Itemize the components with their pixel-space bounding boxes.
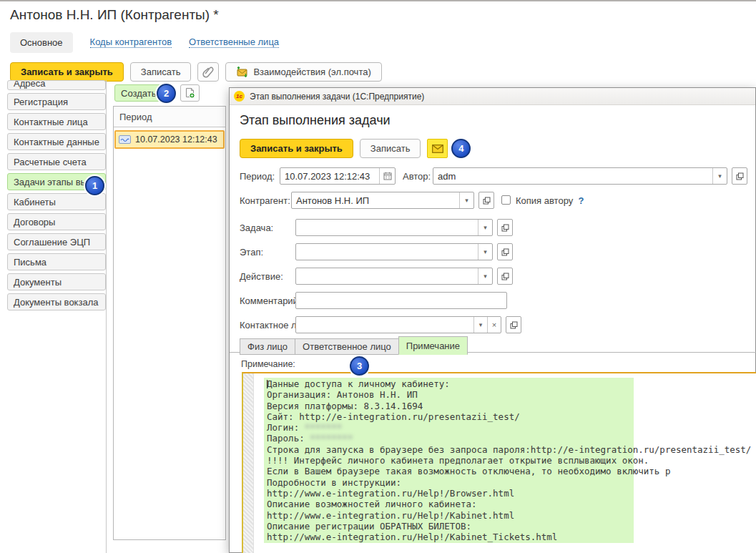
author-open-button[interactable] bbox=[732, 167, 747, 185]
annotation-badge-2: 2 bbox=[157, 84, 176, 103]
note-line: Описание регистрации ОБРАТНЫХ БИЛЕТОВ: bbox=[267, 521, 751, 532]
tab-main[interactable]: Основное bbox=[10, 32, 73, 53]
clear-x-icon[interactable]: × bbox=[487, 317, 501, 333]
sidebar-item-label: Контактные данные bbox=[14, 137, 99, 147]
action-open-button[interactable] bbox=[497, 268, 513, 285]
task-input[interactable]: ▾ bbox=[295, 219, 493, 236]
task-label: Задача: bbox=[240, 222, 273, 233]
calendar-icon[interactable] bbox=[379, 168, 395, 184]
note-line: Логин: ******* bbox=[267, 422, 751, 433]
dialog-tabs: Физ лицоОтветственное лицоПримечание bbox=[240, 336, 467, 355]
dropdown-arrow-icon[interactable]: ▾ bbox=[459, 192, 473, 208]
note-label: Примечание: bbox=[241, 359, 295, 369]
sidebar: АдресаРегистрацияКонтактные лицаКонтактн… bbox=[7, 80, 106, 313]
save-button[interactable]: Записать bbox=[130, 62, 192, 82]
interactions-label: Взаимодействия (эл.почта) bbox=[253, 67, 370, 77]
stage-input[interactable]: ▾ bbox=[295, 243, 493, 260]
note-line: Если в Вашем браузере такая возможность … bbox=[267, 466, 751, 476]
dialog-titlebar[interactable]: 1с Этап выполнения задачи (1С:Предприяти… bbox=[230, 88, 755, 105]
sidebar-item-7[interactable]: Договоры bbox=[7, 213, 106, 230]
stage-open-button[interactable] bbox=[497, 243, 513, 260]
sidebar-item-label: Документы bbox=[14, 277, 62, 288]
counterparty-open-button[interactable] bbox=[478, 192, 494, 209]
table-row[interactable]: 10.07.2023 12:12:43 bbox=[114, 130, 225, 149]
save-close-button[interactable]: Записать и закрыть bbox=[10, 62, 124, 82]
mail-arrows-icon bbox=[236, 67, 248, 77]
period-input[interactable]: 10.07.2023 12:12:43 bbox=[280, 167, 396, 185]
note-line: Подробности в инструкции: bbox=[267, 477, 751, 488]
period-label: Период: bbox=[240, 171, 275, 182]
note-text: Данные доступа к личному кабинету:Органи… bbox=[267, 378, 751, 542]
dropdown-arrow-icon[interactable]: ▾ bbox=[478, 244, 492, 260]
sidebar-item-label: Кабинеты bbox=[14, 197, 56, 207]
send-mail-button[interactable] bbox=[427, 139, 448, 158]
sidebar-item-3[interactable]: Контактные данные bbox=[7, 133, 106, 150]
help-question-link[interactable]: ? bbox=[578, 195, 584, 206]
page-title: Антонов Н.Н. ИП (Контрагенты) * bbox=[10, 7, 219, 23]
copy-to-author-label: Копия автору ? bbox=[516, 195, 584, 206]
new-document-icon bbox=[185, 87, 195, 99]
dialog-title: Этап выполнения задачи (1С:Предприятие) bbox=[250, 92, 424, 102]
open-form-icon bbox=[501, 273, 509, 280]
paperclip-icon bbox=[202, 66, 214, 78]
sidebar-item-8[interactable]: Соглашение ЭЦП bbox=[7, 233, 106, 250]
dropdown-arrow-icon[interactable]: ▾ bbox=[473, 317, 487, 333]
copy-to-author-checkbox[interactable] bbox=[501, 195, 511, 205]
open-form-icon bbox=[501, 224, 509, 232]
action-input[interactable]: ▾ bbox=[295, 268, 493, 285]
open-form-icon bbox=[736, 172, 744, 180]
window-top-border bbox=[0, 0, 756, 1]
masked-credential: ******** bbox=[310, 433, 353, 444]
annotation-badge-1: 1 bbox=[85, 176, 104, 195]
link-counterparty-codes[interactable]: Коды контрагентов bbox=[90, 36, 172, 48]
sidebar-item-4[interactable]: Расчетные счета bbox=[7, 153, 106, 170]
stage-label: Этап: bbox=[240, 247, 263, 258]
main-nav-tabs: Основное Коды контрагентов Ответственные… bbox=[10, 31, 279, 53]
sidebar-item-label: Регистрация bbox=[14, 97, 68, 107]
dropdown-arrow-icon[interactable]: ▾ bbox=[712, 168, 727, 184]
sidebar-item-label: Расчетные счета bbox=[14, 157, 87, 167]
task-stage-dialog: 1с Этап выполнения задачи (1С:Предприяти… bbox=[229, 87, 756, 553]
row-period-value: 10.07.2023 12:12:43 bbox=[135, 134, 217, 145]
comment-input[interactable] bbox=[295, 292, 507, 309]
attachments-button[interactable] bbox=[197, 62, 219, 82]
dialog-save-close-button[interactable]: Записать и закрыть bbox=[240, 139, 353, 158]
author-input[interactable]: adm ▾ bbox=[433, 167, 727, 185]
sidebar-item-label: Договоры bbox=[14, 217, 55, 227]
copy-record-button[interactable] bbox=[180, 84, 200, 102]
note-line: http://www.e-integration.ru/Help!/Browse… bbox=[267, 488, 751, 499]
note-line: Данные доступа к личному кабинету: bbox=[267, 378, 751, 389]
sidebar-item-label: Контактные лица bbox=[14, 117, 88, 127]
contact-open-button[interactable] bbox=[506, 316, 521, 333]
sidebar-item-6[interactable]: Кабинеты bbox=[7, 193, 106, 210]
link-responsible-persons[interactable]: Ответственные лица bbox=[189, 36, 279, 48]
dialog-save-button[interactable]: Записать bbox=[360, 139, 421, 158]
dropdown-arrow-icon[interactable]: ▾ bbox=[478, 268, 492, 284]
sidebar-item-0[interactable]: Адреса bbox=[7, 80, 106, 90]
sidebar-item-label: Задачи этапы вып bbox=[14, 177, 92, 187]
contact-input[interactable]: ▾ × bbox=[295, 316, 501, 333]
author-label: Автор: bbox=[403, 171, 431, 182]
column-header-period[interactable]: Период bbox=[114, 107, 225, 127]
dialog-tab-1[interactable]: Ответственное лицо bbox=[295, 338, 399, 355]
task-open-button[interactable] bbox=[497, 219, 513, 236]
sidebar-item-2[interactable]: Контактные лица bbox=[7, 113, 106, 130]
sidebar-item-label: Соглашение ЭЦП bbox=[14, 237, 90, 248]
note-line: http://www.e-integration.ru/Help!/Kabine… bbox=[267, 510, 751, 521]
counterparty-input[interactable]: Антонов Н.Н. ИП ▾ bbox=[291, 192, 474, 209]
sidebar-item-10[interactable]: Документы bbox=[7, 273, 106, 290]
sidebar-item-9[interactable]: Письма bbox=[7, 253, 106, 270]
editor-gutter bbox=[243, 373, 254, 553]
dialog-tab-2[interactable]: Примечание bbox=[398, 336, 468, 355]
sidebar-item-11[interactable]: Документы вокзала bbox=[7, 293, 106, 310]
dialog-tab-0[interactable]: Физ лицо bbox=[240, 338, 295, 355]
panel-splitter[interactable] bbox=[106, 80, 107, 553]
masked-credential: ******* bbox=[305, 422, 343, 433]
interactions-button[interactable]: Взаимодействия (эл.почта) bbox=[225, 62, 381, 82]
dropdown-arrow-icon[interactable]: ▾ bbox=[478, 220, 492, 235]
record-envelope-icon bbox=[119, 135, 131, 144]
note-editor[interactable]: Данные доступа к личному кабинету:Органи… bbox=[242, 372, 756, 553]
sidebar-item-1[interactable]: Регистрация bbox=[7, 93, 106, 110]
note-line: Строка для запуска в браузере без запрос… bbox=[267, 444, 751, 455]
note-line: Сайт: http://e-integration.ru/presentazi… bbox=[267, 411, 751, 422]
